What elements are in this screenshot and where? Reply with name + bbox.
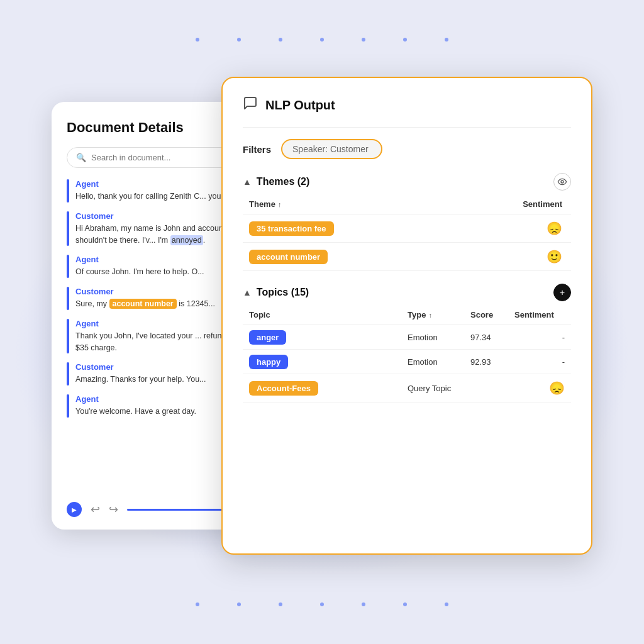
happy-tag[interactable]: happy <box>249 355 288 369</box>
nlp-header: NLP Output <box>243 96 571 114</box>
account-number-highlight: account number <box>109 299 177 309</box>
theme-row-2: account number 🙂 <box>243 243 571 271</box>
topic-sentiment-2: - <box>514 357 565 367</box>
transaction-fee-tag[interactable]: 35 transaction fee <box>249 221 334 236</box>
forward-icon[interactable]: ↪ <box>109 502 118 516</box>
dots-top <box>0 38 644 42</box>
filters-label: Filters <box>243 144 271 155</box>
theme-tag-account: account number <box>249 251 514 262</box>
annoyed-highlight: annoyed <box>170 235 203 245</box>
topic-score-2: 92.93 <box>470 357 514 367</box>
type-sort-icon[interactable]: ↑ <box>428 311 432 319</box>
theme-sentiment-2: 🙂 <box>514 249 565 264</box>
type-col-header: Type ↑ <box>408 310 470 319</box>
topic-score-1: 97.34 <box>470 333 514 342</box>
filters-row: Filters Speaker: Customer <box>243 139 571 159</box>
themes-eye-button[interactable] <box>553 173 571 191</box>
main-container: Document Details 🔍 Agent Hello, thank yo… <box>52 77 592 567</box>
topic-type-2: Emotion <box>408 357 470 367</box>
svg-point-0 <box>561 180 564 183</box>
topics-title-row: ▲ Topics (15) <box>243 287 309 298</box>
score-col-header: Score <box>470 310 514 319</box>
negative-sentiment-icon-1: 😞 <box>547 221 562 236</box>
rewind-icon[interactable]: ↩ <box>91 502 100 516</box>
themes-table: Theme ↑ Sentiment 35 transaction fee 😞 <box>243 199 571 271</box>
theme-sentiment-1: 😞 <box>514 221 565 236</box>
play-button[interactable]: ▶ <box>67 502 82 517</box>
themes-chevron-icon: ▲ <box>243 177 252 187</box>
topics-section-title: Topics (15) <box>257 287 309 298</box>
theme-col-header: Theme ↑ <box>249 199 514 209</box>
topics-section-header: ▲ Topics (15) + <box>243 284 571 301</box>
topic-type-3: Query Topic <box>408 384 470 393</box>
topic-tag-happy: happy <box>249 356 408 367</box>
themes-section-title: Themes (2) <box>257 176 309 187</box>
topics-add-button[interactable]: + <box>553 284 571 301</box>
account-number-tag[interactable]: account number <box>249 250 328 264</box>
theme-tag-transaction: 35 transaction fee <box>249 223 514 234</box>
anger-tag[interactable]: anger <box>249 330 286 345</box>
theme-row-1: 35 transaction fee 😞 <box>243 214 571 243</box>
topic-tag-anger: anger <box>249 331 408 343</box>
topic-sentiment-1: - <box>514 333 565 342</box>
topic-sentiment-3: 😞 <box>514 380 565 396</box>
topic-row-account-fees: Account-Fees Query Topic 😞 <box>243 374 571 402</box>
topic-type-1: Emotion <box>408 333 470 342</box>
speaker-filter-chip[interactable]: Speaker: Customer <box>281 139 382 159</box>
sentiment-col-header-themes: Sentiment <box>514 199 565 209</box>
topics-chevron-icon: ▲ <box>243 287 252 297</box>
neutral-sentiment-icon: 🙂 <box>547 249 562 264</box>
topic-row-happy: happy Emotion 92.93 - <box>243 350 571 374</box>
topics-table-header: Topic Type ↑ Score Sentiment <box>243 310 571 325</box>
nlp-title: NLP Output <box>265 98 335 113</box>
search-icon: 🔍 <box>76 153 86 162</box>
themes-table-header: Theme ↑ Sentiment <box>243 199 571 214</box>
topic-tag-account-fees: Account-Fees <box>249 382 408 394</box>
nlp-divider <box>243 127 571 128</box>
themes-section-header: ▲ Themes (2) <box>243 173 571 191</box>
sentiment-col-header-topics: Sentiment <box>514 310 565 319</box>
nlp-card: NLP Output Filters Speaker: Customer ▲ T… <box>221 77 592 555</box>
topic-col-header: Topic <box>249 310 408 319</box>
dots-bottom <box>0 602 644 606</box>
theme-sort-icon[interactable]: ↑ <box>278 201 282 208</box>
topic-row-anger: anger Emotion 97.34 - <box>243 325 571 350</box>
filter-close-icon[interactable]: Speaker: Customer <box>292 144 369 154</box>
themes-title-row: ▲ Themes (2) <box>243 176 309 187</box>
nlp-icon <box>243 96 258 114</box>
account-fees-tag[interactable]: Account-Fees <box>249 381 318 396</box>
topics-table: Topic Type ↑ Score Sentiment anger Emot <box>243 310 571 402</box>
